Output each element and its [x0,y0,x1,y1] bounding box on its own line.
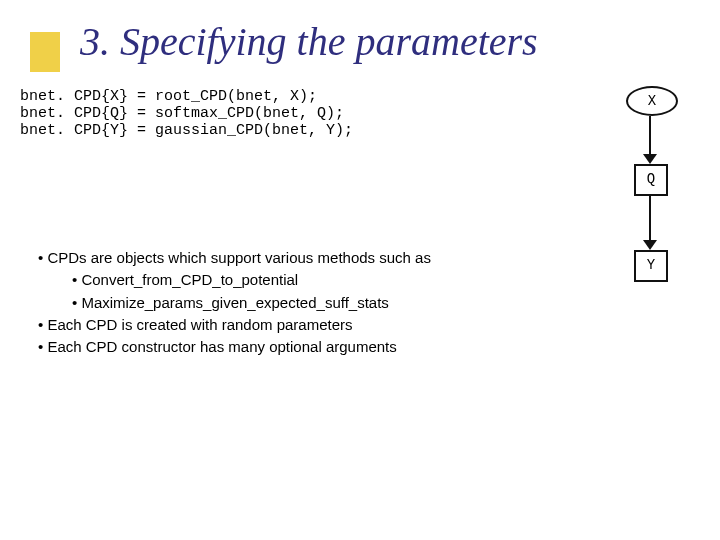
edge-x-q [649,116,651,156]
code-line-1: bnet. CPD{X} = root_CPD(bnet, X); [20,88,317,105]
node-y: Y [634,250,668,282]
code-block: bnet. CPD{X} = root_CPD(bnet, X); bnet. … [20,88,353,139]
bullet-1a-text: Convert_from_CPD_to_potential [81,271,298,288]
bullet-3: • Each CPD constructor has many optional… [38,337,431,357]
bullet-1: • CPDs are objects which support various… [38,248,431,268]
bullet-1b: • Maximize_params_given_expected_suff_st… [72,293,431,313]
edge-q-y [649,196,651,242]
bullet-2-text: Each CPD is created with random paramete… [47,316,352,333]
arrowhead-q-y [643,240,657,250]
arrowhead-x-q [643,154,657,164]
slide-title: 3. Specifying the parameters [80,18,538,65]
title-accent [30,32,60,72]
code-line-3: bnet. CPD{Y} = gaussian_CPD(bnet, Y); [20,122,353,139]
bullet-2: • Each CPD is created with random parame… [38,315,431,335]
bullet-1a: • Convert_from_CPD_to_potential [72,270,431,290]
node-q: Q [634,164,668,196]
bullet-3-text: Each CPD constructor has many optional a… [47,338,396,355]
bullet-1-text: CPDs are objects which support various m… [47,249,431,266]
bullet-list: • CPDs are objects which support various… [38,248,431,359]
node-x: X [626,86,678,116]
bullet-1b-text: Maximize_params_given_expected_suff_stat… [81,294,388,311]
code-line-2: bnet. CPD{Q} = softmax_CPD(bnet, Q); [20,105,344,122]
